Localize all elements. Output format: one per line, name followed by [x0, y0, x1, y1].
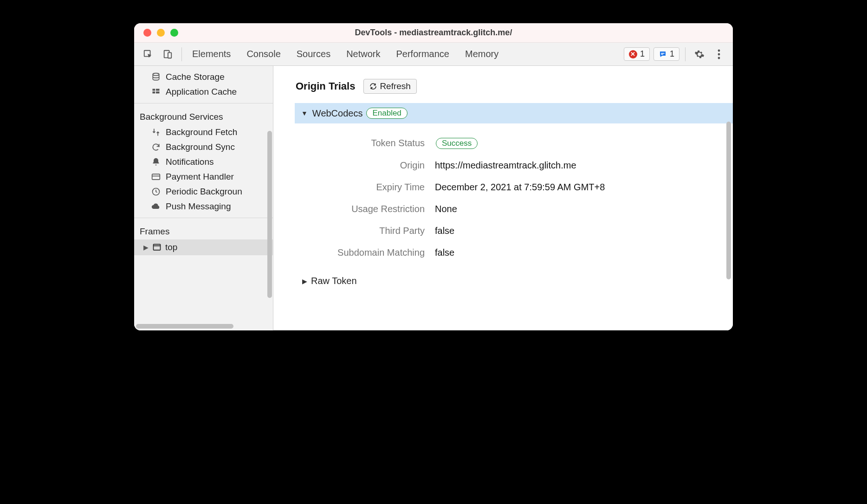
maximize-window-button[interactable] — [170, 29, 178, 37]
window-title: DevTools - mediastreamtrack.glitch.me/ — [134, 28, 733, 38]
svg-rect-3 — [661, 53, 665, 54]
svg-point-8 — [153, 73, 159, 76]
inspect-element-icon[interactable] — [140, 46, 156, 63]
svg-point-7 — [718, 57, 720, 59]
section-title-background-services: Background Services — [134, 107, 273, 125]
sidebar-item-cache-storage[interactable]: Cache Storage — [134, 70, 273, 84]
raw-token-row[interactable]: ▶ Raw Token — [296, 276, 711, 286]
detail-row-expiry: Expiry Time December 2, 2021 at 7:59:59 … — [296, 176, 711, 198]
sidebar-item-periodic-background[interactable]: Periodic Backgroun — [134, 184, 273, 199]
toolbar-separator-2 — [685, 47, 686, 61]
sidebar-item-label: Notifications — [166, 157, 214, 167]
sidebar-item-push-messaging[interactable]: Push Messaging — [134, 199, 273, 214]
raw-token-label: Raw Token — [311, 276, 357, 286]
error-icon: ✕ — [629, 50, 637, 58]
tab-elements[interactable]: Elements — [192, 49, 231, 59]
tabs: Elements Console Sources Network Perform… — [192, 49, 498, 59]
message-count: 1 — [670, 49, 674, 59]
third-party-label: Third Party — [296, 226, 435, 236]
frame-icon — [152, 243, 162, 252]
detail-row-usage: Usage Restriction None — [296, 198, 711, 220]
minimize-window-button[interactable] — [157, 29, 165, 37]
sidebar: Cache Storage Application Cache Backgrou… — [134, 66, 273, 330]
trial-row-webcodecs[interactable]: ▼ WebCodecs Enabled — [295, 103, 733, 123]
close-window-button[interactable] — [143, 29, 151, 37]
svg-rect-11 — [153, 91, 155, 93]
trial-name: WebCodecs — [312, 108, 363, 119]
sidebar-item-label: Cache Storage — [166, 72, 225, 82]
svg-rect-13 — [152, 174, 160, 180]
main-bottom-divider — [273, 330, 733, 330]
clock-icon — [151, 187, 161, 197]
sidebar-item-application-cache[interactable]: Application Cache — [134, 84, 273, 99]
origin-label: Origin — [296, 160, 435, 171]
tab-sources[interactable]: Sources — [297, 49, 330, 59]
enabled-pill: Enabled — [366, 108, 407, 119]
sidebar-item-label: Push Messaging — [166, 201, 231, 212]
sidebar-item-payment-handler[interactable]: Payment Handler — [134, 169, 273, 184]
status-badges: ✕ 1 1 — [624, 47, 679, 61]
origin-trials-title: Origin Trials — [296, 80, 355, 92]
sidebar-item-label: Background Fetch — [166, 127, 237, 137]
usage-label: Usage Restriction — [296, 204, 435, 214]
svg-point-6 — [718, 53, 720, 55]
main-scrollbar-vertical[interactable] — [726, 122, 731, 279]
card-icon — [151, 172, 161, 182]
refresh-label: Refresh — [380, 81, 411, 91]
sidebar-item-background-fetch[interactable]: Background Fetch — [134, 125, 273, 140]
detail-row-token-status: Token Status Success — [296, 132, 711, 155]
sidebar-item-frame-top[interactable]: ▶ top — [134, 239, 273, 255]
toolbar-separator — [181, 47, 182, 61]
sidebar-scrollbar-vertical[interactable] — [267, 131, 272, 298]
tab-performance[interactable]: Performance — [396, 49, 450, 59]
sidebar-item-label: Periodic Backgroun — [166, 187, 242, 197]
message-count-badge[interactable]: 1 — [653, 47, 679, 61]
tab-memory[interactable]: Memory — [465, 49, 498, 59]
origin-value: https://mediastreamtrack.glitch.me — [435, 160, 576, 171]
sidebar-item-background-sync[interactable]: Background Sync — [134, 140, 273, 155]
svg-rect-12 — [156, 91, 160, 93]
detail-row-subdomain: Subdomain Matching false — [296, 242, 711, 264]
more-options-icon[interactable] — [711, 46, 727, 63]
sidebar-item-label: Application Cache — [166, 87, 237, 97]
frame-label: top — [165, 242, 177, 252]
sidebar-item-label: Background Sync — [166, 142, 235, 152]
sync-icon — [151, 142, 161, 152]
device-toolbar-icon[interactable] — [159, 46, 176, 63]
svg-rect-4 — [661, 54, 663, 55]
error-count-badge[interactable]: ✕ 1 — [624, 47, 650, 61]
database-icon — [151, 72, 161, 82]
trial-details: Token Status Success Origin https://medi… — [296, 132, 711, 264]
sidebar-scrollbar-horizontal[interactable] — [136, 324, 233, 329]
section-title-frames: Frames — [134, 222, 273, 239]
message-icon — [659, 50, 667, 58]
token-status-value: Success — [436, 138, 478, 149]
disclosure-triangle-down-icon: ▼ — [301, 110, 308, 117]
expiry-label: Expiry Time — [296, 182, 435, 193]
settings-icon[interactable] — [691, 46, 708, 63]
sidebar-item-notifications[interactable]: Notifications — [134, 155, 273, 169]
detail-row-origin: Origin https://mediastreamtrack.glitch.m… — [296, 155, 711, 176]
frames-section: Frames ▶ top — [134, 218, 273, 259]
token-status-label: Token Status — [296, 138, 435, 149]
refresh-icon — [369, 83, 377, 90]
disclosure-triangle-icon: ▶ — [302, 278, 307, 285]
sidebar-item-label: Payment Handler — [166, 172, 234, 182]
tab-console[interactable]: Console — [246, 49, 280, 59]
tab-network[interactable]: Network — [346, 49, 380, 59]
svg-rect-16 — [154, 244, 161, 250]
expiry-value: December 2, 2021 at 7:59:59 AM GMT+8 — [435, 182, 605, 193]
subdomain-value: false — [435, 247, 454, 258]
svg-rect-10 — [156, 89, 160, 90]
error-count: 1 — [640, 49, 645, 59]
refresh-button[interactable]: Refresh — [363, 79, 417, 94]
detail-row-third-party: Third Party false — [296, 220, 711, 242]
disclosure-triangle-icon: ▶ — [143, 244, 149, 251]
third-party-value: false — [435, 226, 454, 236]
fetch-icon — [151, 127, 161, 137]
toolbar: Elements Console Sources Network Perform… — [134, 43, 733, 66]
svg-rect-2 — [168, 52, 171, 58]
devtools-window: DevTools - mediastreamtrack.glitch.me/ E… — [134, 23, 733, 330]
svg-rect-9 — [153, 89, 155, 90]
usage-value: None — [435, 204, 457, 214]
